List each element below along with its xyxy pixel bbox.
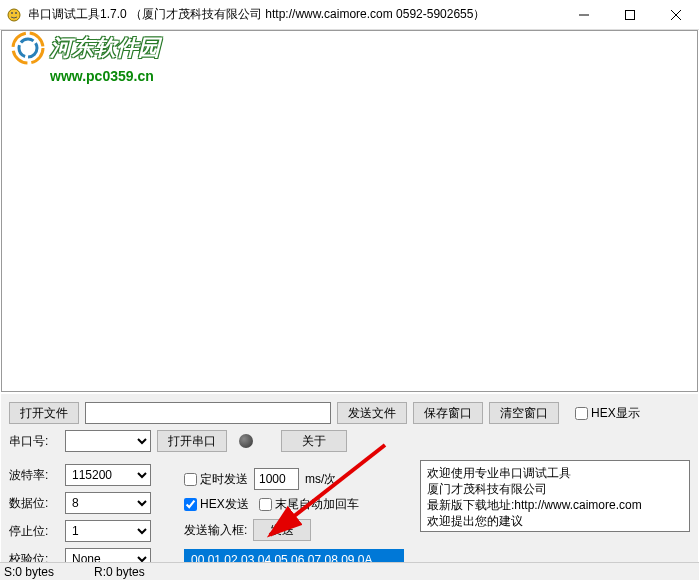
file-path-input[interactable] — [85, 402, 331, 424]
baud-label: 波特率: — [9, 467, 59, 484]
port-indicator-icon — [239, 434, 253, 448]
svg-point-2 — [15, 12, 17, 14]
hex-display-label: HEX显示 — [591, 405, 640, 422]
save-window-button[interactable]: 保存窗口 — [413, 402, 483, 424]
baud-select[interactable]: 115200 — [65, 464, 151, 486]
timed-send-checkbox[interactable] — [184, 473, 197, 486]
svg-rect-4 — [626, 10, 635, 19]
hex-send-checkbox[interactable] — [184, 498, 197, 511]
info-line-1: 欢迎使用专业串口调试工具 — [427, 465, 683, 481]
port-label: 串口号: — [9, 433, 59, 450]
hex-send-label: HEX发送 — [200, 496, 249, 513]
info-line-2: 厦门才茂科技有限公司 — [427, 481, 683, 497]
hex-display-checkbox-wrap[interactable]: HEX显示 — [575, 405, 640, 422]
timed-send-label: 定时发送 — [200, 471, 248, 488]
databits-select[interactable]: 8 — [65, 492, 151, 514]
send-input-label: 发送输入框: — [184, 522, 247, 539]
clear-window-button[interactable]: 清空窗口 — [489, 402, 559, 424]
interval-unit-label: ms/次 — [305, 471, 336, 488]
stopbits-select[interactable]: 1 — [65, 520, 151, 542]
append-cr-checkbox[interactable] — [259, 498, 272, 511]
status-recv: R:0 bytes — [94, 565, 145, 579]
minimize-button[interactable] — [561, 0, 607, 29]
statusbar: S:0 bytes R:0 bytes — [0, 562, 699, 580]
about-button[interactable]: 关于 — [281, 430, 347, 452]
send-button[interactable]: 发送 — [253, 519, 311, 541]
port-select[interactable] — [65, 430, 151, 452]
open-port-button[interactable]: 打开串口 — [157, 430, 227, 452]
hex-display-checkbox[interactable] — [575, 407, 588, 420]
maximize-button[interactable] — [607, 0, 653, 29]
port-row: 串口号: 打开串口 关于 — [9, 430, 690, 452]
stopbits-label: 停止位: — [9, 523, 59, 540]
svg-point-1 — [11, 12, 13, 14]
controls-panel: 打开文件 发送文件 保存窗口 清空窗口 HEX显示 串口号: 打开串口 关于 波… — [1, 394, 698, 562]
output-area[interactable] — [1, 30, 698, 392]
append-cr-label: 末尾自动加回车 — [275, 496, 359, 513]
status-sent: S:0 bytes — [4, 565, 54, 579]
open-file-button[interactable]: 打开文件 — [9, 402, 79, 424]
file-row: 打开文件 发送文件 保存窗口 清空窗口 HEX显示 — [9, 402, 690, 424]
timed-send-checkbox-wrap[interactable]: 定时发送 — [184, 471, 248, 488]
info-line-3: 最新版下载地址:http://www.caimore.com — [427, 497, 683, 513]
databits-label: 数据位: — [9, 495, 59, 512]
titlebar: 串口调试工具1.7.0 （厦门才茂科技有限公司 http://www.caimo… — [0, 0, 699, 30]
app-icon — [6, 7, 22, 23]
hex-send-checkbox-wrap[interactable]: HEX发送 — [184, 496, 249, 513]
window-title: 串口调试工具1.7.0 （厦门才茂科技有限公司 http://www.caimo… — [28, 6, 561, 23]
svg-point-0 — [8, 9, 20, 21]
window-controls — [561, 0, 699, 29]
send-file-button[interactable]: 发送文件 — [337, 402, 407, 424]
append-cr-checkbox-wrap[interactable]: 末尾自动加回车 — [259, 496, 359, 513]
interval-input[interactable] — [254, 468, 299, 490]
close-button[interactable] — [653, 0, 699, 29]
info-line-4: 欢迎提出您的建议 — [427, 513, 683, 529]
info-box: 欢迎使用专业串口调试工具 厦门才茂科技有限公司 最新版下载地址:http://w… — [420, 460, 690, 532]
